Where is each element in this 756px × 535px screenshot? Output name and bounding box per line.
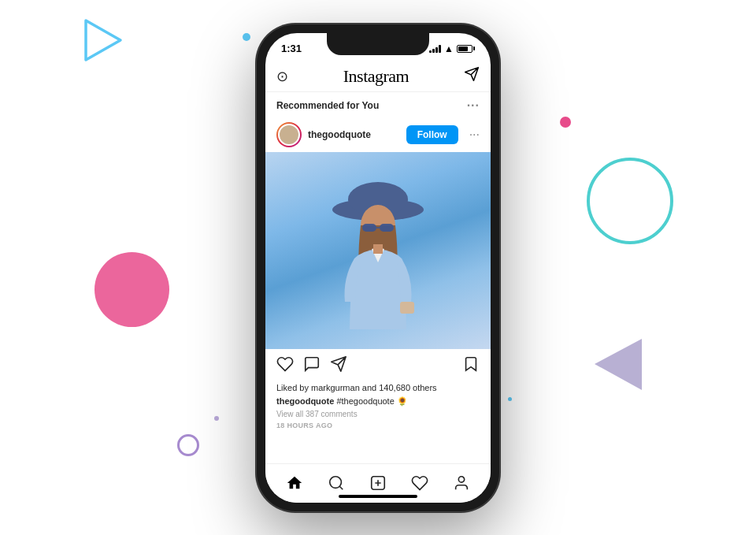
post-username[interactable]: thegoodquote — [308, 129, 400, 140]
status-icons: ▲ — [429, 43, 475, 54]
purple-circle-outline-decoration — [177, 434, 199, 456]
small-dot-1 — [214, 416, 219, 421]
post-image — [265, 152, 491, 349]
small-dot-2 — [508, 397, 512, 401]
svg-rect-3 — [362, 224, 376, 232]
phone-outer-shell: 1:31 ▲ ⊙ Instagram — [256, 24, 500, 512]
share-icon[interactable] — [330, 355, 347, 377]
post-more-icon[interactable]: ··· — [469, 128, 480, 142]
recommended-bar: Recommended for You ··· — [265, 92, 491, 117]
instagram-header: ⊙ Instagram — [265, 61, 491, 92]
like-icon[interactable] — [276, 355, 294, 377]
nav-home-icon[interactable] — [286, 474, 303, 492]
post-actions — [265, 349, 491, 383]
camera-icon[interactable]: ⊙ — [276, 68, 288, 85]
teal-circle-decoration — [587, 158, 673, 244]
svg-point-13 — [459, 477, 465, 482]
caption-text: #thegoodquote 🌻 — [336, 396, 407, 406]
nav-search-icon[interactable] — [328, 474, 345, 492]
phone-notch — [327, 33, 429, 55]
battery-icon — [457, 45, 475, 53]
avatar-image — [278, 124, 300, 146]
post-comments-link[interactable]: View all 387 comments — [265, 408, 491, 420]
nav-heart-icon[interactable] — [411, 474, 428, 492]
svg-point-9 — [330, 477, 342, 489]
purple-triangle-decoration — [595, 339, 642, 390]
nav-profile-icon[interactable] — [453, 474, 470, 492]
instagram-logo: Instagram — [343, 66, 409, 87]
phone-mockup: 1:31 ▲ ⊙ Instagram — [256, 24, 500, 512]
pink-circle-decoration — [94, 252, 169, 327]
home-indicator — [339, 495, 417, 498]
post-avatar — [276, 122, 302, 147]
post-caption: thegoodquote #thegoodquote 🌻 — [265, 395, 491, 408]
post-image-subject — [315, 156, 441, 349]
likes-text: Liked by markgurman and 140,680 others — [276, 383, 437, 392]
post-header: thegoodquote Follow ··· — [265, 117, 491, 152]
wifi-icon: ▲ — [444, 43, 454, 54]
direct-message-icon[interactable] — [464, 66, 480, 86]
bookmark-icon[interactable] — [462, 355, 480, 377]
svg-rect-4 — [380, 224, 394, 232]
recommended-label: Recommended for You — [276, 100, 379, 111]
nav-add-icon[interactable] — [369, 474, 387, 492]
svg-rect-6 — [373, 244, 383, 254]
recommended-more-icon[interactable]: ··· — [467, 98, 480, 113]
post-time: 18 HOURS AGO — [265, 420, 491, 431]
follow-button[interactable]: Follow — [406, 125, 458, 144]
play-triangle-icon — [83, 17, 124, 63]
comment-icon[interactable] — [303, 355, 321, 377]
phone-screen: 1:31 ▲ ⊙ Instagram — [265, 33, 491, 503]
svg-rect-8 — [400, 302, 414, 314]
caption-username[interactable]: thegoodquote — [276, 396, 334, 406]
status-time: 1:31 — [281, 43, 302, 54]
blue-dot-decoration — [243, 33, 250, 41]
pink-dot-decoration — [560, 117, 571, 128]
signal-icon — [429, 45, 441, 53]
post-likes: Liked by markgurman and 140,680 others — [265, 383, 491, 395]
